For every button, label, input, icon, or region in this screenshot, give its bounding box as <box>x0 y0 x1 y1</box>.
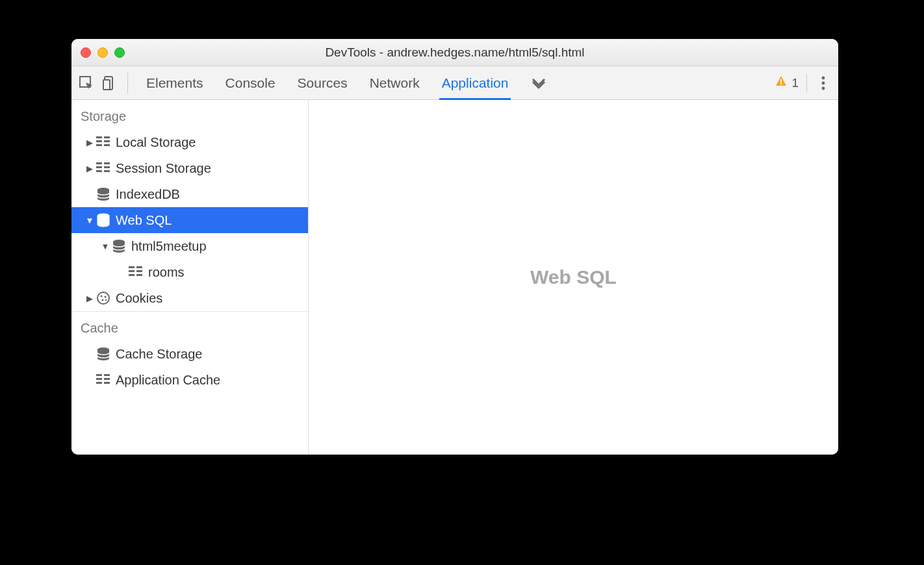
inspect-element-icon[interactable] <box>78 75 95 92</box>
svg-rect-25 <box>136 266 142 268</box>
svg-rect-26 <box>129 270 135 272</box>
tree-label: Application Cache <box>116 373 220 388</box>
cache-section-header: Cache <box>71 311 308 341</box>
svg-rect-28 <box>129 274 135 276</box>
table-grid-icon <box>127 266 144 278</box>
storage-grid-icon <box>95 374 112 386</box>
more-tabs-button[interactable] <box>530 66 547 99</box>
tree-arrow-icon: ▶ <box>84 164 95 173</box>
database-icon <box>95 347 112 361</box>
svg-rect-3 <box>780 79 782 82</box>
svg-point-34 <box>105 299 107 301</box>
svg-rect-2 <box>103 80 110 90</box>
svg-rect-10 <box>96 140 102 142</box>
device-toolbar-icon[interactable] <box>101 75 118 92</box>
tree-label: rooms <box>148 265 185 280</box>
sidebar: Storage ▶ Local Storage ▶ Session Storag… <box>71 100 309 455</box>
svg-point-32 <box>105 296 107 298</box>
svg-rect-29 <box>136 274 142 276</box>
warnings-badge[interactable]: 1 <box>775 74 807 92</box>
svg-rect-24 <box>129 266 135 268</box>
svg-rect-16 <box>96 166 102 168</box>
sidebar-item-local-storage[interactable]: ▶ Local Storage <box>71 129 308 155</box>
toolbar: Elements Console Sources Network Applica… <box>71 66 838 100</box>
devtools-window: DevTools - andrew.hedges.name/html5/sql.… <box>71 39 838 455</box>
kebab-menu-button[interactable] <box>815 76 832 90</box>
database-icon <box>110 239 127 253</box>
tree-label: Local Storage <box>116 135 196 150</box>
sidebar-item-web-sql-table[interactable]: rooms <box>71 259 308 285</box>
window-title: DevTools - andrew.hedges.name/html5/sql.… <box>71 45 838 60</box>
tab-strip: Elements Console Sources Network Applica… <box>146 66 547 99</box>
svg-point-30 <box>97 292 109 304</box>
tree-arrow-icon: ▶ <box>84 138 95 147</box>
svg-rect-9 <box>104 136 110 138</box>
body: Storage ▶ Local Storage ▶ Session Storag… <box>71 100 838 455</box>
sidebar-item-indexeddb[interactable]: ▶ IndexedDB <box>71 181 308 207</box>
storage-section-header: Storage <box>71 100 308 129</box>
tab-sources[interactable]: Sources <box>298 66 348 99</box>
tree-label: Cookies <box>116 291 162 306</box>
svg-rect-14 <box>96 162 102 164</box>
svg-rect-8 <box>96 136 102 138</box>
sidebar-item-web-sql[interactable]: ▼ Web SQL <box>71 207 308 233</box>
svg-rect-41 <box>104 382 110 384</box>
cookie-icon <box>95 291 112 305</box>
warning-count: 1 <box>791 76 799 90</box>
tree-arrow-icon: ▶ <box>84 294 95 303</box>
svg-point-31 <box>101 295 103 297</box>
sidebar-item-application-cache[interactable]: ▶ Application Cache <box>71 367 308 393</box>
titlebar: DevTools - andrew.hedges.name/html5/sql.… <box>71 39 838 66</box>
tree-label: Session Storage <box>116 161 211 176</box>
storage-grid-icon <box>95 136 112 148</box>
svg-point-6 <box>822 81 825 84</box>
warning-icon <box>775 75 788 91</box>
svg-rect-12 <box>96 144 102 146</box>
tab-elements[interactable]: Elements <box>146 66 203 99</box>
database-icon <box>95 213 112 227</box>
svg-rect-38 <box>96 378 102 380</box>
svg-rect-27 <box>136 270 142 272</box>
minimize-window-button[interactable] <box>97 47 108 58</box>
tree-arrow-icon: ▼ <box>84 216 95 225</box>
content-pane: Web SQL <box>309 100 838 455</box>
sidebar-item-session-storage[interactable]: ▶ Session Storage <box>71 155 308 181</box>
svg-point-7 <box>822 86 825 90</box>
sidebar-item-cache-storage[interactable]: ▶ Cache Storage <box>71 341 308 367</box>
svg-rect-19 <box>104 170 110 172</box>
svg-point-33 <box>102 299 104 301</box>
svg-rect-40 <box>96 382 102 384</box>
tree-label: IndexedDB <box>116 187 180 202</box>
close-window-button[interactable] <box>81 47 91 58</box>
svg-rect-37 <box>104 374 110 376</box>
svg-rect-36 <box>96 374 102 376</box>
traffic-lights <box>81 47 125 58</box>
sidebar-item-cookies[interactable]: ▶ Cookies <box>71 285 308 311</box>
zoom-window-button[interactable] <box>114 47 125 58</box>
svg-rect-13 <box>104 144 110 146</box>
storage-grid-icon <box>95 162 112 174</box>
tab-network[interactable]: Network <box>370 66 420 99</box>
svg-rect-15 <box>104 162 110 164</box>
svg-rect-4 <box>780 83 782 84</box>
content-placeholder: Web SQL <box>530 266 617 288</box>
tree-label: Cache Storage <box>116 347 202 362</box>
tab-console[interactable]: Console <box>225 66 276 99</box>
svg-rect-17 <box>104 166 110 168</box>
sidebar-item-web-sql-database[interactable]: ▼ html5meetup <box>71 233 308 259</box>
tab-application[interactable]: Application <box>442 66 509 99</box>
tree-label: html5meetup <box>131 239 207 254</box>
database-icon <box>95 187 112 201</box>
svg-rect-39 <box>104 378 110 380</box>
tree-label: Web SQL <box>116 213 172 228</box>
tree-arrow-icon: ▼ <box>100 242 110 251</box>
svg-rect-11 <box>104 140 110 142</box>
svg-rect-18 <box>96 170 102 172</box>
svg-point-5 <box>822 76 825 79</box>
